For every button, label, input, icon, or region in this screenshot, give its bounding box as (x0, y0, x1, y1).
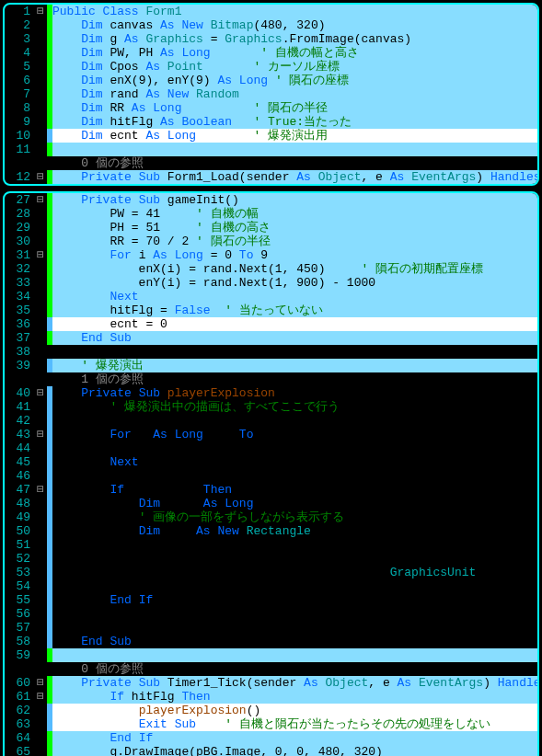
code-line[interactable]: 61⊟ If hitFlg Then (5, 690, 537, 704)
code-content[interactable]: Dim hitFlg As Boolean ' True:当たった (52, 115, 537, 129)
code-line[interactable]: 57 pBase.Image = canvas (5, 621, 537, 635)
code-content[interactable]: enX(i) = rand.Next(1, 450) ' 隕石の初期配置座標 (52, 262, 537, 276)
code-content[interactable]: Dim RR As Long ' 隕石の半径 (52, 101, 537, 115)
code-content[interactable]: For i As Long = 0 To 9 (52, 248, 537, 262)
code-content[interactable] (52, 607, 537, 621)
code-content[interactable]: Private Sub Timer1_Tick(sender As Object… (52, 676, 537, 690)
code-content[interactable]: If hitFlg Then (52, 690, 537, 704)
code-line[interactable]: 4 Dim PW, PH As Long ' 自機の幅と高さ (5, 46, 537, 60)
code-line[interactable]: 51 x = Cpos.X + PW / 2 - 50 (5, 538, 537, 552)
code-line[interactable]: 47⊟ If ecnt < 16 Then (5, 483, 537, 497)
code-content[interactable]: ecnt += 1 (52, 579, 537, 593)
code-line[interactable]: 53 g.DrawImage(pExp.Image, x, y, cut, Gr… (5, 566, 537, 579)
code-content[interactable]: 0 個の参照 (52, 662, 537, 676)
code-line[interactable]: 48 Dim x, y As Long (5, 497, 537, 510)
code-content[interactable]: Dim enX(9), enY(9) As Long ' 隕石の座標 (52, 74, 537, 87)
fold-toggle[interactable]: ⊟ (34, 428, 47, 441)
code-content[interactable]: PH = 51 ' 自機の高さ (52, 221, 537, 235)
code-line[interactable]: 12⊟ Private Sub Form1_Load(sender As Obj… (5, 170, 537, 184)
code-content[interactable]: Public Class Form1 (52, 5, 537, 18)
code-line[interactable]: 59 (5, 648, 537, 662)
fold-toggle[interactable]: ⊟ (34, 483, 47, 497)
code-content[interactable]: g.DrawImage(pBG.Image, 0, 0, 480, 320) (52, 414, 537, 428)
fold-toggle[interactable]: ⊟ (34, 170, 47, 184)
code-line[interactable]: 27⊟ Private Sub gameInit() (5, 193, 537, 207)
code-content[interactable]: g.DrawImage(pExp.Image, x, y, cut, Graph… (52, 566, 537, 579)
code-content[interactable]: 1 個の参照 (52, 372, 537, 386)
code-line[interactable]: 32 enX(i) = rand.Next(1, 450) ' 隕石の初期配置座… (5, 262, 537, 276)
code-line[interactable]: 33 enY(i) = rand.Next(1, 900) - 1000 (5, 276, 537, 290)
code-content[interactable]: Dim ecnt As Long ' 爆発演出用 (52, 129, 537, 143)
code-content[interactable]: Dim rand As New Random (52, 87, 537, 101)
code-content[interactable]: Dim x, y As Long (52, 497, 537, 510)
code-content[interactable] (52, 648, 537, 662)
code-content[interactable]: Next (52, 290, 537, 304)
code-line[interactable]: 49 ' 画像の一部をずらしながら表示する (5, 510, 537, 524)
fold-toggle[interactable]: ⊟ (34, 676, 47, 690)
code-line[interactable]: 36 ecnt = 0 (5, 317, 537, 331)
code-content[interactable]: RR = 70 / 2 ' 隕石の半径 (52, 235, 537, 248)
code-content[interactable]: If ecnt < 16 Then (52, 483, 537, 497)
code-line[interactable]: 44 g.DrawImage(pMeteor.Image, enX(i), en… (5, 441, 537, 455)
code-content[interactable]: 0 個の参照 (52, 156, 537, 170)
code-line[interactable]: 11 (5, 143, 537, 156)
code-content[interactable]: x = Cpos.X + PW / 2 - 50 (52, 538, 537, 552)
code-content[interactable]: g.DrawImage(pMeteor.Image, enX(i), enY(i… (52, 441, 537, 455)
code-content[interactable] (52, 345, 537, 359)
code-content[interactable]: Dim Cpos As Point ' カーソル座標 (52, 60, 537, 74)
code-line[interactable]: 54 ecnt += 1 (5, 579, 537, 593)
code-content[interactable]: PW = 41 ' 自機の幅 (52, 207, 537, 221)
code-line[interactable]: 40⊟ Private Sub playerExplosion() (5, 386, 537, 400)
fold-toggle[interactable]: ⊟ (34, 690, 47, 704)
fold-toggle[interactable]: ⊟ (34, 193, 47, 207)
code-line[interactable]: 52 y = 220 + PH / 2 - 50 (5, 552, 537, 566)
code-line[interactable]: 29 PH = 51 ' 自機の高さ (5, 221, 537, 235)
code-line[interactable]: 42 g.DrawImage(pBG.Image, 0, 0, 480, 320… (5, 414, 537, 428)
code-content[interactable]: End Sub (52, 331, 537, 345)
code-line[interactable]: 45 Next (5, 455, 537, 469)
code-line[interactable]: 34 Next (5, 290, 537, 304)
code-content[interactable] (52, 143, 537, 156)
code-line[interactable]: 1⊟Public Class Form1 (5, 5, 537, 18)
code-line[interactable]: 8 Dim RR As Long ' 隕石の半径 (5, 101, 537, 115)
code-content[interactable]: Dim cut As New Rectangle((ecnt ¥ 2) * 10… (52, 524, 537, 538)
code-line[interactable]: 28 PW = 41 ' 自機の幅 (5, 207, 537, 221)
code-line[interactable]: 30 RR = 70 / 2 ' 隕石の半径 (5, 235, 537, 248)
code-content[interactable]: End If (52, 731, 537, 745)
fold-toggle[interactable]: ⊟ (34, 386, 47, 400)
code-line[interactable]: 35 hitFlg = False ' 当たっていない (5, 304, 537, 317)
code-line[interactable]: 41 ' 爆発演出中の描画は、すべてここで行う (5, 400, 537, 414)
code-line[interactable]: 2 Dim canvas As New Bitmap(480, 320) (5, 18, 537, 32)
code-line[interactable]: 65 g.DrawImage(pBG.Image, 0, 0, 480, 320… (5, 745, 537, 756)
code-line[interactable]: 5 Dim Cpos As Point ' カーソル座標 (5, 60, 537, 74)
code-line[interactable]: 6 Dim enX(9), enY(9) As Long ' 隕石の座標 (5, 74, 537, 87)
code-content[interactable]: Dim g As Graphics = Graphics.FromImage(c… (52, 32, 537, 46)
code-content[interactable]: ' 爆発演出中の描画は、すべてここで行う (52, 400, 537, 414)
code-line[interactable]: 56 (5, 607, 537, 621)
code-content[interactable]: Private Sub playerExplosion() (52, 386, 537, 400)
code-line[interactable]: 38 (5, 345, 537, 359)
code-line[interactable]: 55 End If (5, 593, 537, 607)
code-content[interactable]: End If (52, 593, 537, 607)
code-content[interactable]: g.DrawImage(pBG.Image, 0, 0, 480, 320) (52, 745, 537, 756)
code-content[interactable]: enY(i) = rand.Next(1, 900) - 1000 (52, 276, 537, 290)
code-content[interactable]: Private Sub gameInit() (52, 193, 537, 207)
code-line[interactable]: 64 End If (5, 731, 537, 745)
code-line[interactable]: 58 End Sub (5, 635, 537, 648)
code-content[interactable]: ecnt = 0 (52, 317, 537, 331)
code-line[interactable]: 0 個の参照 (5, 662, 537, 676)
code-line[interactable]: 1 個の参照 (5, 372, 537, 386)
code-line[interactable]: 50 Dim cut As New Rectangle((ecnt ¥ 2) *… (5, 524, 537, 538)
code-content[interactable]: pBase.Image = canvas (52, 621, 537, 635)
code-content[interactable]: hitFlg = False ' 当たっていない (52, 304, 537, 317)
code-content[interactable]: End Sub (52, 635, 537, 648)
code-content[interactable]: Dim canvas As New Bitmap(480, 320) (52, 18, 537, 32)
code-content[interactable]: ' 画像の一部をずらしながら表示する (52, 510, 537, 524)
code-line[interactable]: 9 Dim hitFlg As Boolean ' True:当たった (5, 115, 537, 129)
code-line[interactable]: 39 ' 爆発演出 (5, 359, 537, 372)
code-content[interactable] (52, 469, 537, 483)
code-line[interactable]: 0 個の参照 (5, 156, 537, 170)
code-line[interactable]: 7 Dim rand As New Random (5, 87, 537, 101)
code-line[interactable]: 62 playerExplosion() (5, 704, 537, 717)
code-content[interactable]: y = 220 + PH / 2 - 50 (52, 552, 537, 566)
